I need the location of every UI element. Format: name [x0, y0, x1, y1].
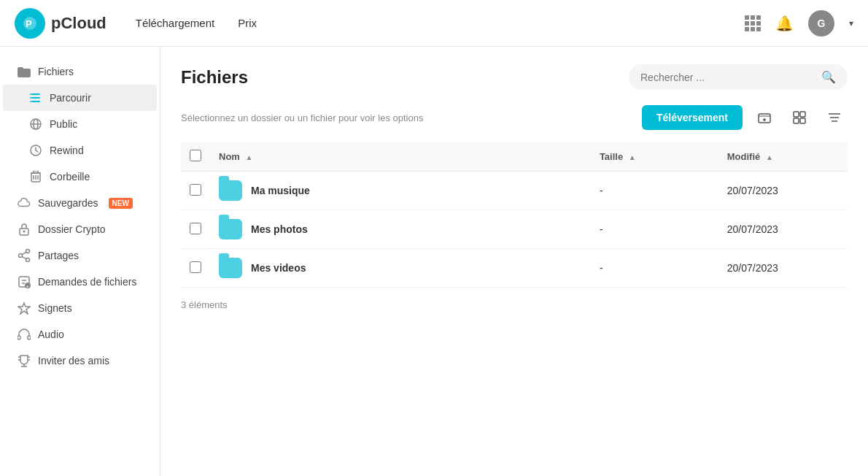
row-checkbox-cell [181, 172, 210, 210]
row-name-label-0: Ma musique [251, 185, 310, 196]
th-nom-label: Nom [219, 151, 240, 162]
svg-rect-44 [794, 118, 799, 123]
content-area: Fichiers 🔍 Sélectionnez un dossier ou un… [160, 47, 868, 476]
grid-apps-icon[interactable] [745, 15, 761, 31]
modifie-sort-icon: ▲ [766, 153, 773, 161]
row-checkbox-cell [181, 249, 210, 288]
select-all-checkbox[interactable] [190, 150, 201, 161]
nom-sort-icon: ▲ [246, 153, 253, 161]
upload-button[interactable]: Téléversement [642, 105, 743, 130]
sidebar-item-demandes[interactable]: + Demandes de fichiers [3, 269, 157, 295]
svg-rect-45 [800, 118, 805, 123]
svg-point-23 [23, 231, 26, 233]
nav-prix[interactable]: Prix [238, 17, 257, 29]
toolbar-actions: Téléversement [642, 104, 848, 131]
sidebar-audio-label: Audio [38, 329, 64, 340]
sidebar-fichiers-label: Fichiers [38, 66, 74, 77]
row-checkbox-cell [181, 210, 210, 249]
sidebar: Fichiers Parcourir [0, 47, 160, 476]
th-modifie-label: Modifié [727, 151, 761, 162]
lock-icon [18, 223, 31, 236]
sidebar-item-corbeille[interactable]: Corbeille [3, 164, 157, 190]
nav-links: Téléchargement Prix [136, 17, 745, 29]
sidebar-inviter-label: Inviter des amis [38, 355, 109, 366]
toolbar: Sélectionnez un dossier ou un fichier po… [181, 104, 848, 131]
pcloud-logo-icon[interactable]: P [15, 8, 45, 39]
add-folder-button[interactable] [751, 104, 778, 131]
svg-line-28 [22, 256, 26, 258]
svg-marker-34 [18, 303, 30, 314]
sidebar-item-sauvegardes[interactable]: Sauvegardes NEW [3, 190, 157, 216]
th-taille-label: Taille [600, 151, 623, 162]
folder-icon-0 [219, 180, 242, 201]
th-nom[interactable]: Nom ▲ [210, 142, 591, 172]
table-row: Mes photos - 20/07/2023 [181, 210, 848, 249]
logo-area: P pCloud [15, 8, 106, 39]
grid-view-button[interactable] [786, 104, 813, 131]
svg-rect-8 [30, 97, 31, 99]
sidebar-public-label: Public [50, 118, 77, 130]
svg-point-25 [26, 258, 30, 262]
sidebar-signets-label: Signets [38, 302, 72, 314]
notification-bell-icon[interactable]: 🔔 [775, 15, 794, 32]
cloud-icon [18, 196, 31, 210]
avatar-caret-icon[interactable]: ▾ [849, 18, 853, 28]
sidebar-dossier-crypto-label: Dossier Crypto [38, 223, 106, 235]
sidebar-corbeille-label: Corbeille [50, 171, 90, 183]
folder-icon-2 [219, 258, 242, 278]
row-modified-0: 20/07/2023 [718, 172, 848, 210]
svg-point-24 [26, 250, 30, 253]
main-layout: Fichiers Parcourir [0, 47, 868, 476]
toolbar-info-text: Sélectionnez un dossier ou un fichier po… [181, 112, 423, 123]
sidebar-item-parcourir[interactable]: Parcourir [3, 85, 157, 111]
row-checkbox-2[interactable] [190, 261, 201, 273]
row-name-label-2: Mes videos [251, 262, 306, 274]
folder-icon-1 [219, 219, 242, 239]
request-icon: + [18, 275, 31, 288]
svg-rect-7 [30, 93, 31, 95]
headphones-icon [18, 328, 31, 341]
new-badge: NEW [109, 198, 133, 209]
svg-rect-6 [31, 101, 40, 102]
taille-sort-icon: ▲ [629, 153, 636, 161]
row-name-label-1: Mes photos [251, 223, 308, 235]
svg-rect-5 [31, 97, 40, 99]
folder-icon [18, 65, 31, 78]
row-size-2: - [591, 249, 718, 288]
table-row: Mes videos - 20/07/2023 [181, 249, 848, 288]
share-icon [18, 249, 31, 262]
row-modified-2: 20/07/2023 [718, 249, 848, 288]
search-icon[interactable]: 🔍 [821, 70, 836, 84]
list-icon [29, 91, 42, 104]
sidebar-item-inviter[interactable]: Inviter des amis [3, 348, 157, 374]
svg-rect-36 [28, 336, 31, 339]
svg-rect-3 [18, 67, 23, 70]
sidebar-item-public[interactable]: Public [3, 111, 157, 137]
avatar[interactable]: G [808, 10, 834, 37]
row-modified-1: 20/07/2023 [718, 210, 848, 249]
sidebar-item-partages[interactable]: Partages [3, 242, 157, 269]
nav-right: 🔔 G ▾ [745, 10, 853, 37]
sidebar-item-rewind[interactable]: Rewind [3, 137, 157, 164]
th-taille[interactable]: Taille ▲ [591, 142, 718, 172]
th-checkbox [181, 142, 210, 172]
globe-icon [29, 118, 42, 131]
row-name-0: Ma musique [210, 172, 591, 210]
sort-button[interactable] [821, 104, 848, 131]
svg-line-15 [36, 150, 38, 152]
row-size-1: - [591, 210, 718, 249]
row-checkbox-0[interactable] [190, 184, 201, 196]
svg-line-27 [22, 252, 26, 254]
trash-icon [29, 170, 42, 183]
sidebar-item-dossier-crypto[interactable]: Dossier Crypto [3, 216, 157, 242]
th-modifie[interactable]: Modifié ▲ [718, 142, 848, 172]
svg-text:P: P [26, 18, 32, 29]
table-row: Ma musique - 20/07/2023 [181, 172, 848, 210]
search-box: 🔍 [629, 64, 848, 90]
sidebar-item-fichiers[interactable]: Fichiers [3, 58, 157, 85]
sidebar-item-signets[interactable]: Signets [3, 295, 157, 321]
search-input[interactable] [640, 72, 815, 83]
sidebar-item-audio[interactable]: Audio [3, 321, 157, 348]
row-checkbox-1[interactable] [190, 223, 201, 234]
nav-telecharge[interactable]: Téléchargement [136, 17, 214, 29]
